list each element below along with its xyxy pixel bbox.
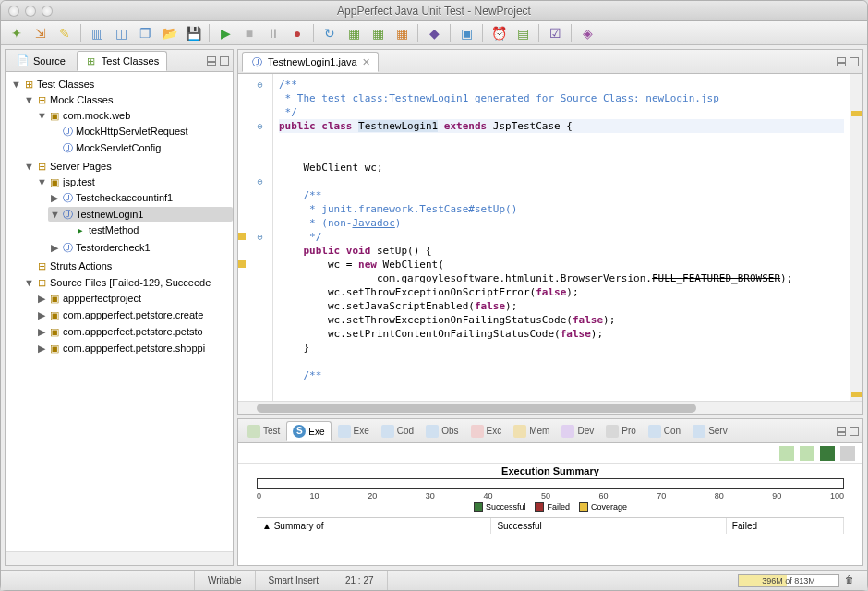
source-tab[interactable]: 📄 Source <box>9 52 73 70</box>
source-tab-label: Source <box>33 55 66 66</box>
package-icon: ▣ <box>48 175 61 188</box>
folder-icon: ⊞ <box>35 276 48 289</box>
bottom-tab-obs[interactable]: Obs <box>420 422 464 440</box>
pause-icon[interactable]: ⏸ <box>263 23 283 43</box>
tree-item-label: com.appperfect.petstore.petsto <box>63 326 203 337</box>
run-icon[interactable]: ▶ <box>215 23 235 43</box>
bottom-tab-pro[interactable]: Pro <box>600 422 642 440</box>
maximize-bottom-icon[interactable] <box>850 427 859 436</box>
window-close-button[interactable] <box>8 6 19 17</box>
tree-item[interactable]: ▶▣com.appperfect.petstore.petsto <box>35 323 233 340</box>
help-icon[interactable]: ◈ <box>577 23 597 43</box>
tree-item[interactable]: ▶▣appperfectproject <box>35 290 233 307</box>
tree-hscroll[interactable] <box>6 551 233 565</box>
tree-item-label: Testcheckaccountinf1 <box>76 192 173 203</box>
memory-bar[interactable]: 396M of 813M <box>738 574 839 587</box>
terminal-icon[interactable]: ▥ <box>87 23 107 43</box>
tree-item-label: MockServletConfig <box>76 142 161 153</box>
bottom-tab-label: Serv <box>708 426 728 436</box>
window-minimize-button[interactable] <box>25 6 36 17</box>
tree-method[interactable]: ▸testMethod <box>61 222 233 238</box>
bottom-tab-cod[interactable]: Cod <box>376 422 419 440</box>
test-classes-tree[interactable]: ▼⊞Test Classes ▼⊞Mock Classes ▼▣com.mock… <box>6 72 233 551</box>
fold-ruler[interactable]: ⊖ ⊖ ⊖ ⊖ <box>247 74 273 401</box>
bottom-tab-exc[interactable]: Exc <box>465 422 508 440</box>
form-icon[interactable]: ▤ <box>512 23 533 43</box>
summary-bar <box>257 478 844 489</box>
excel-icon[interactable] <box>820 446 835 461</box>
window-zoom-button[interactable] <box>42 6 53 17</box>
tree-pkg-label: jsp.test <box>63 176 95 187</box>
save-icon[interactable]: 💾 <box>183 23 203 43</box>
tree-item[interactable]: ⒿMockHttpServletRequest <box>48 123 233 139</box>
minimize-editor-icon[interactable] <box>837 57 846 66</box>
tree-root-label: Test Classes <box>37 78 94 90</box>
box-icon[interactable]: ◆ <box>424 23 444 43</box>
report2-icon[interactable]: ▦ <box>368 23 388 43</box>
bottom-tab-label: Exe <box>308 427 324 437</box>
method-icon: ▸ <box>74 223 87 236</box>
clock-icon[interactable]: ⏰ <box>488 23 509 43</box>
memory-text: 396M of 813M <box>762 576 815 585</box>
tick-label: 20 <box>368 491 377 501</box>
tree-item[interactable]: ▶ⒿTestcheckaccountinf1 <box>48 189 233 206</box>
class-icon[interactable]: ◫ <box>111 23 131 43</box>
warning-marker-icon <box>238 260 246 268</box>
tree-item[interactable]: ▶▣com.appperfect.petstore.create <box>35 307 233 323</box>
note-icon[interactable]: ▣ <box>456 23 476 43</box>
minimize-view-icon[interactable] <box>207 56 216 66</box>
tree-item-selected[interactable]: ▼ⒿTestnewLogin1 ▸testMethod <box>48 206 233 239</box>
bottom-tabbar: Test SExe Exe Cod Obs Exc Mem Dev Pro Co… <box>238 419 862 443</box>
import-icon[interactable]: ⇲ <box>30 23 51 43</box>
bottom-tab-exe-active[interactable]: SExe <box>286 421 331 441</box>
report3-icon[interactable]: ▦ <box>392 23 412 43</box>
new-project-icon[interactable]: ✦ <box>6 23 27 43</box>
refresh-icon[interactable]: ↻ <box>319 23 340 43</box>
bottom-tab-dev[interactable]: Dev <box>556 422 599 440</box>
summary-table: ▲ Summary of Successful Failed <box>257 517 844 534</box>
send-icon[interactable] <box>840 446 855 461</box>
check-icon[interactable]: ☑ <box>545 23 565 43</box>
export-icon[interactable] <box>779 446 794 461</box>
tick-label: 50 <box>541 491 550 501</box>
overview-ruler[interactable] <box>850 74 862 401</box>
package-icon: ▣ <box>48 292 61 305</box>
edit-icon[interactable]: ✎ <box>54 23 75 43</box>
copy-icon[interactable]: ❐ <box>135 23 155 43</box>
editor-hscroll[interactable] <box>238 401 862 414</box>
bottom-tab-con[interactable]: Con <box>643 422 686 440</box>
tree-item[interactable]: ▶▣com.appperfect.petstore.shoppi <box>35 340 233 356</box>
folder-icon: ⊞ <box>22 78 35 90</box>
class-icon: Ⓙ <box>61 141 74 154</box>
editor-tab[interactable]: Ⓙ TestnewLogin1.java ✕ <box>242 52 379 72</box>
code-editor[interactable]: /** * The test class:TestnewLogin1 gener… <box>273 74 850 401</box>
import2-icon[interactable] <box>800 446 814 461</box>
tree-item[interactable]: ⒿMockServletConfig <box>48 139 233 156</box>
stop-icon[interactable]: ■ <box>239 23 259 43</box>
maximize-editor-icon[interactable] <box>850 57 859 66</box>
tree-item[interactable]: ▶ⒿTestordercheck1 <box>48 239 233 256</box>
bottom-tab-exe2[interactable]: Exe <box>332 422 375 440</box>
exc-icon <box>471 425 484 438</box>
test-classes-tab[interactable]: ⊞ Test Classes <box>77 51 167 71</box>
report1-icon[interactable]: ▦ <box>344 23 364 43</box>
gc-trash-icon[interactable]: 🗑 <box>845 574 858 587</box>
record-icon[interactable]: ● <box>287 23 307 43</box>
legend-label: Failed <box>547 502 570 512</box>
package-icon: ▣ <box>48 325 61 338</box>
bottom-tab-label: Dev <box>577 426 594 436</box>
open-icon[interactable]: 📂 <box>159 23 179 43</box>
legend-label: Successful <box>486 502 526 512</box>
bottom-tab-mem[interactable]: Mem <box>508 422 555 440</box>
java-file-icon: Ⓙ <box>250 55 263 68</box>
failed-swatch-icon <box>535 502 544 512</box>
close-tab-icon[interactable]: ✕ <box>362 56 370 68</box>
tree-item[interactable]: ⊞Struts Actions <box>22 258 233 274</box>
minimize-bottom-icon[interactable] <box>837 427 846 436</box>
bottom-tab-test[interactable]: Test <box>242 422 285 440</box>
maximize-view-icon[interactable] <box>220 56 229 66</box>
serv-icon <box>693 425 705 438</box>
bottom-tab-label: Con <box>664 426 681 436</box>
warning-marker-icon <box>238 233 246 240</box>
bottom-tab-serv[interactable]: Serv <box>687 422 733 440</box>
